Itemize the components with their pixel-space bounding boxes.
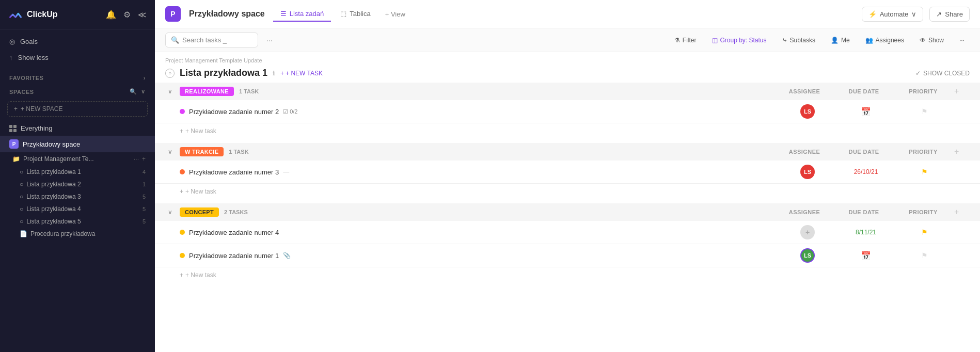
goals-label: Goals <box>20 38 38 45</box>
avatar-add[interactable]: + <box>800 225 815 239</box>
share-icon: ↗ <box>936 10 942 18</box>
favorites-label: FAVORITES <box>9 75 43 81</box>
add-col-1[interactable]: + <box>954 147 970 156</box>
section-w-trakcie: ∨ W TRAKCIE 1 TASK ASSIGNEE DUE DATE PRI… <box>155 143 980 199</box>
list-circle-icon: ○ <box>20 205 23 213</box>
task-name[interactable]: Przykładowe zadanie numer 3 — <box>189 168 778 176</box>
task-dot <box>180 230 185 235</box>
sidebar-item-goals[interactable]: ◎ Goals <box>0 34 155 50</box>
status-header-concept: ∨ CONCEPT 2 TASKS ASSIGNEE DUE DATE PRIO… <box>155 203 980 221</box>
table-row: Przykładowe zadanie numer 4 + 8/11/21 ⚑ <box>155 221 980 244</box>
folder-more-icon[interactable]: ··· <box>134 155 139 163</box>
table-row: Przykładowe zadanie numer 2 ☑ 0/2 LS 📅 ⚑ <box>155 100 980 123</box>
task-name[interactable]: Przykładowe zadanie numer 4 <box>189 229 778 236</box>
tab-view[interactable]: + View <box>380 7 410 21</box>
eye-icon: 👁 <box>920 37 926 44</box>
list-title-row: ○ Lista przykładowa 1 ℹ + + NEW TASK ✓ S… <box>155 66 980 83</box>
sidebar-nav: ◎ Goals ↑ Show less <box>0 29 155 70</box>
breadcrumb-bar: Project Management Template Update <box>155 52 980 66</box>
show-closed-button[interactable]: ✓ SHOW CLOSED <box>915 70 970 77</box>
priority-cell: ⚑ <box>898 107 950 116</box>
grid-icon <box>9 125 17 132</box>
plus-icon: + <box>180 188 183 195</box>
task-name[interactable]: Przykładowe zadanie numer 2 ☑ 0/2 <box>189 108 778 116</box>
status-header-w-trakcie: ∨ W TRAKCIE 1 TASK ASSIGNEE DUE DATE PRI… <box>155 143 980 161</box>
group-by-button[interactable]: ◫ Group by: Status <box>707 34 772 46</box>
toolbar-options-button[interactable]: ··· <box>954 34 970 46</box>
section-collapse-w-trakcie[interactable]: ∨ <box>165 147 175 156</box>
flag-icon: ⚑ <box>921 228 928 236</box>
settings-icon[interactable]: ⚙ <box>123 10 131 20</box>
filter-icon: ⚗ <box>674 37 680 44</box>
list-collapse-button[interactable]: ○ <box>165 69 175 78</box>
plus-view-icon: + <box>385 10 389 18</box>
space-title: Przykładowy space <box>189 9 265 19</box>
table-row: Przykładowe zadanie numer 1 📎 LS 📅 ⚑ <box>155 244 980 267</box>
list-circle-icon: ○ <box>20 181 23 188</box>
new-task-link[interactable]: + + NEW TASK <box>280 70 323 77</box>
section-collapse-concept[interactable]: ∨ <box>165 207 175 217</box>
share-button[interactable]: ↗ Share <box>929 7 970 22</box>
list-icon: ☰ <box>280 10 287 18</box>
list-circle-icon: ○ <box>20 218 23 225</box>
main-content: P Przykładowy space ☰ Lista zadań ⬚ Tabl… <box>155 0 980 352</box>
new-task-row[interactable]: + + New task <box>155 267 980 283</box>
sidebar-item-space[interactable]: P Przykładowy space <box>0 136 155 152</box>
filter-button[interactable]: ⚗ Filter <box>669 34 702 46</box>
sidebar-procedure[interactable]: 📄 Procedura przykładowa <box>0 228 155 240</box>
new-task-row[interactable]: + + New task <box>155 184 980 199</box>
show-label: Show <box>928 37 944 44</box>
new-task-row[interactable]: + + New task <box>155 123 980 139</box>
sidebar-item-show-less[interactable]: ↑ Show less <box>0 50 155 66</box>
col-header-assignee-1: ASSIGNEE <box>779 149 830 155</box>
header-right: ⚡ Automate ∨ ↗ Share <box>862 7 970 22</box>
assignees-button[interactable]: 👥 Assignees <box>860 34 909 46</box>
list-item-4[interactable]: ○ Lista przykładowa 4 5 <box>0 203 155 215</box>
subtasks-label: Subtasks <box>790 37 815 44</box>
flag-icon: ⚑ <box>921 107 928 116</box>
add-col-2[interactable]: + <box>954 207 970 217</box>
notification-icon[interactable]: 🔔 <box>106 10 116 20</box>
avatar: LS <box>800 248 815 263</box>
me-button[interactable]: 👤 Me <box>826 34 855 46</box>
show-closed-label: SHOW CLOSED <box>923 70 970 77</box>
priority-cell: ⚑ <box>898 251 950 260</box>
task-name[interactable]: Przykładowe zadanie numer 1 📎 <box>189 252 778 260</box>
section-collapse-realizowane[interactable]: ∨ <box>165 87 175 96</box>
info-icon[interactable]: ℹ <box>273 70 275 77</box>
collapse-sidebar-icon[interactable]: ≪ <box>138 10 147 20</box>
subtasks-button[interactable]: ⤷ Subtasks <box>777 34 820 46</box>
list-item-2[interactable]: ○ Lista przykładowa 2 1 <box>0 178 155 190</box>
filter-label: Filter <box>683 37 697 44</box>
favorites-expand-icon[interactable]: › <box>144 75 146 81</box>
show-button[interactable]: 👁 Show <box>914 34 949 46</box>
search-box[interactable]: 🔍 Search tasks _ <box>165 33 258 47</box>
search-icon[interactable]: 🔍 <box>130 88 137 95</box>
procedure-name: Procedura przykładowa <box>30 230 95 237</box>
sidebar-item-everything[interactable]: Everything <box>0 121 155 136</box>
automate-button[interactable]: ⚡ Automate ∨ <box>862 7 924 22</box>
task-dot <box>180 253 185 258</box>
table-row: Przykładowe zadanie numer 3 — LS 26/10/2… <box>155 161 980 184</box>
add-col-0[interactable]: + <box>954 87 970 96</box>
avatar: LS <box>800 104 815 119</box>
flag-icon: ⚑ <box>921 251 928 260</box>
list-item-3[interactable]: ○ Lista przykładowa 3 5 <box>0 190 155 203</box>
space-badge: P <box>9 139 19 149</box>
list-item-5[interactable]: ○ Lista przykładowa 5 5 <box>0 215 155 228</box>
due-date: 8/11/21 <box>856 229 876 236</box>
tab-lista-zadan[interactable]: ☰ Lista zadań <box>273 7 331 22</box>
sidebar-folder[interactable]: 📁 Project Management Te... ··· + <box>0 152 155 166</box>
toolbar-more-button[interactable]: ··· <box>263 34 276 46</box>
chevron-down-icon[interactable]: ∨ <box>141 88 146 95</box>
folder-name-area: 📁 Project Management Te... <box>12 155 94 163</box>
list-item-1[interactable]: ○ Lista przykładowa 1 4 <box>0 166 155 178</box>
folder-add-icon[interactable]: + <box>142 155 146 163</box>
tab-tablica[interactable]: ⬚ Tablica <box>333 7 377 22</box>
main-tabs: ☰ Lista zadań ⬚ Tablica + View <box>273 7 410 22</box>
new-space-button[interactable]: + + NEW SPACE <box>7 101 148 117</box>
chevron-up-icon: ↑ <box>9 54 13 61</box>
due-cell: 📅 <box>837 107 894 117</box>
list-circle-icon: ○ <box>20 193 23 200</box>
breadcrumb: Project Management Template Update <box>165 57 262 63</box>
